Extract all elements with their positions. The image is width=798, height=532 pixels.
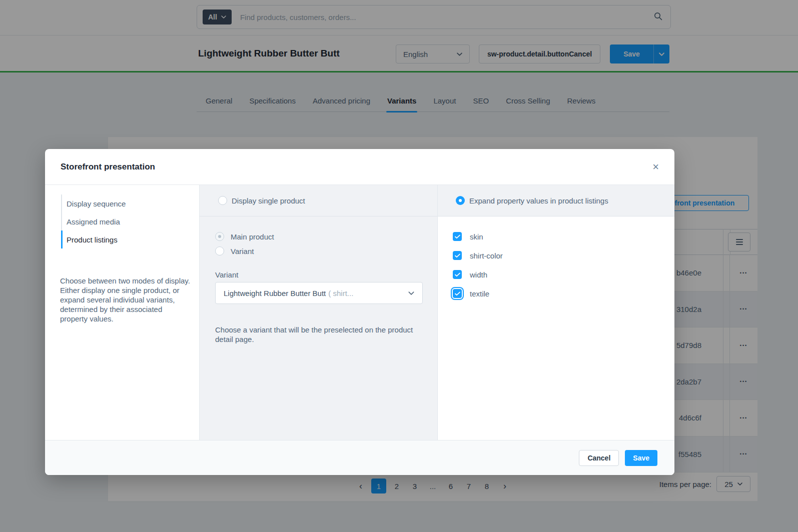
single-product-column: Display single product Main product Vari… xyxy=(200,185,438,440)
sidebar-item-display-sequence[interactable]: Display sequence xyxy=(61,194,199,212)
variant-helper-text: Choose a variant that will be the presel… xyxy=(215,325,415,344)
shirt-color-checkbox[interactable] xyxy=(453,251,462,260)
modal-title: Storefront presentation xyxy=(61,162,155,172)
modal-footer: Cancel Save xyxy=(45,440,674,475)
variant-select[interactable]: Lightweight Rubber Butter Butt ( shirt..… xyxy=(215,282,423,304)
variant-field-label: Variant xyxy=(215,270,437,279)
expand-properties-column: Expand property values in product listin… xyxy=(438,185,674,440)
property-option: textile xyxy=(453,289,674,298)
modal-cancel-button[interactable]: Cancel xyxy=(579,450,619,466)
storefront-presentation-modal: Storefront presentation × Display sequen… xyxy=(45,149,674,475)
main-product-radio[interactable] xyxy=(215,232,224,241)
property-option: width xyxy=(453,270,674,279)
variant-select-value: Lightweight Rubber Butter Butt xyxy=(224,289,326,298)
main-product-option: Main product xyxy=(215,232,437,241)
textile-checkbox[interactable] xyxy=(453,289,462,298)
property-option: shirt-color xyxy=(453,251,674,260)
width-checkbox[interactable] xyxy=(453,270,462,279)
skin-checkbox[interactable] xyxy=(453,232,462,241)
variant-option: Variant xyxy=(215,246,437,256)
property-label: skin xyxy=(470,232,483,241)
variant-select-suffix: ( shirt... xyxy=(328,289,353,298)
mode-description: Choose between two modes of display. Eit… xyxy=(60,276,191,324)
property-label: shirt-color xyxy=(470,252,503,260)
sidebar-item-assigned-media[interactable]: Assigned media xyxy=(61,212,199,230)
modal-header: Storefront presentation × xyxy=(45,149,674,185)
variant-option-label: Variant xyxy=(231,247,254,256)
modal-save-button[interactable]: Save xyxy=(625,450,657,466)
property-option: skin xyxy=(453,232,674,241)
expand-properties-radio[interactable] xyxy=(456,196,465,205)
sidebar-item-product-listings[interactable]: Product listings xyxy=(61,230,199,248)
display-single-product-radio[interactable] xyxy=(218,196,227,205)
expand-properties-option-label: Expand property values in product listin… xyxy=(469,196,608,205)
modal-body: Display sequence Assigned media Product … xyxy=(45,185,674,440)
modal-sidebar: Display sequence Assigned media Product … xyxy=(45,185,200,440)
property-label: width xyxy=(470,270,487,279)
main-product-label: Main product xyxy=(231,232,274,241)
single-product-option: Display single product xyxy=(200,185,437,216)
single-product-settings: Main product Variant Variant Lightweight… xyxy=(200,216,437,344)
expand-properties-option: Expand property values in product listin… xyxy=(438,185,674,216)
property-label: textile xyxy=(470,290,489,298)
close-icon[interactable]: × xyxy=(652,162,659,172)
chevron-down-icon xyxy=(408,292,414,295)
variant-radio[interactable] xyxy=(215,246,224,256)
single-product-option-label: Display single product xyxy=(232,196,305,205)
